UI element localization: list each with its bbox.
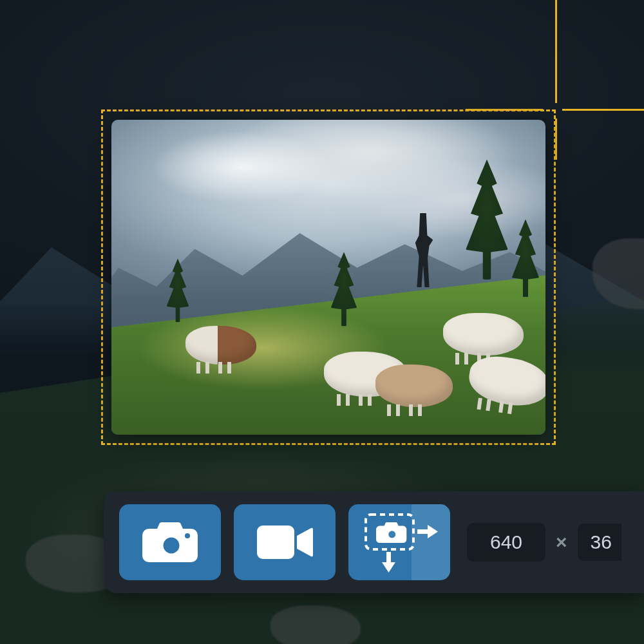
capture-selection-export-button[interactable] [348,504,450,580]
svg-rect-7 [417,529,428,534]
video-icon [256,523,314,562]
crosshair-horizontal-line [562,109,644,111]
dimensions-group: × [467,523,621,562]
svg-point-2 [185,533,190,538]
camera-selection-export-icon [354,507,444,578]
record-video-button[interactable] [234,504,336,580]
dimension-separator: × [556,531,567,553]
svg-rect-3 [257,526,294,559]
selection-preview [111,120,545,435]
capture-toolbar: × [104,491,644,593]
svg-rect-9 [386,552,391,562]
width-input[interactable] [467,523,545,562]
screenshot-button[interactable] [119,504,221,580]
svg-marker-8 [428,525,438,538]
height-input[interactable] [578,524,621,561]
svg-marker-10 [382,562,395,573]
crosshair-vertical-line [555,0,557,103]
camera-icon [142,521,198,564]
